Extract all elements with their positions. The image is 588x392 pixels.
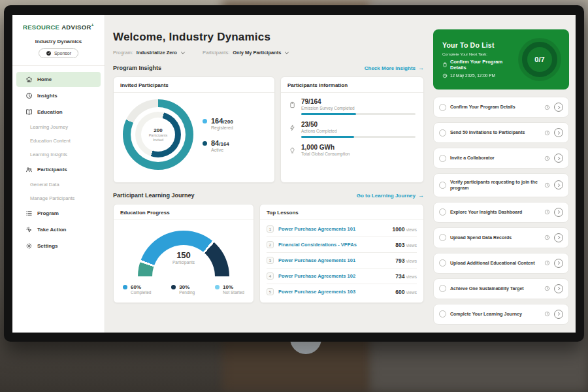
todo-due: 12 May 2025, 12:00 PM [442,73,513,78]
sidebar-item-label: Home [37,76,52,82]
todo-progress-value: 0/7 [534,56,544,63]
legend-label: Not Started [223,290,244,295]
task-open-button[interactable] [554,103,563,112]
todo-next-task: Confirm Your Program Details [442,59,513,71]
clock-icon [544,286,550,291]
legend-value: 30% [179,284,195,290]
active-donut-ring: 200 Participants Invited [135,112,181,157]
lesson-views: 803 views [395,242,417,248]
task-invite-a-collaborator: Invite a Collaborator [433,148,569,169]
participants-icon [25,166,33,173]
program-icon [25,210,33,217]
task-send-50-invitations-to-participants: Send 50 Invitations to Participants [433,122,569,143]
lesson-link[interactable]: Power Purchase Agreements 101 [278,257,391,263]
participants-information-card: Participants Information 79/164Emission … [280,76,424,183]
todo-summary-text: Your To Do List Complete Your Next Task:… [442,41,513,78]
sidebar-item-label: Insights [37,93,57,99]
donut-center: 200 Participants Invited [141,118,175,152]
invited-donut-chart: 200 Participants Invited [123,99,193,170]
sidebar-item-manage-participants[interactable]: Manage Participants [16,192,101,204]
sidebar-item-education[interactable]: Education [16,105,101,120]
metric-value: 23/50 [301,121,416,128]
collapse-tasks-link[interactable]: Collapse Tasks [433,331,569,333]
task-checkbox[interactable] [439,259,446,267]
sidebar-item-learning-journey[interactable]: Learning Journey [16,121,101,133]
todo-subtitle: Complete Your Next Task: [442,52,513,56]
legend-dot [203,141,207,146]
task-checkbox[interactable] [439,208,446,216]
task-checkbox[interactable] [439,155,446,162]
sidebar-item-label: Program [37,210,59,216]
clipboard-icon [289,99,296,106]
metric-main: 1,000 GWhTotal Global Consumption [301,144,416,156]
check-more-insights-link[interactable]: Check More Insights → [365,65,424,71]
todo-title: Your To Do List [442,41,513,49]
task-open-button[interactable] [554,310,563,319]
sidebar-item-learning-insights[interactable]: Learning Insights [16,148,101,161]
home-icon [25,76,33,83]
monitor-bezel: RESOURCE ADVISOR+ Industry Dynamics Spon… [4,5,584,342]
sidebar-item-label: Learning Journey [30,124,68,130]
task-checkbox[interactable] [439,234,446,241]
sidebar-item-program[interactable]: Program [16,206,101,221]
task-open-button[interactable] [554,259,563,268]
todo-progress-ring: 0/7 [518,38,561,81]
progress-fill [301,113,356,115]
lesson-link[interactable]: Power Purchase Agreements 103 [278,289,391,295]
lesson-link[interactable]: Financial Considerations - VPPAs [278,242,391,248]
program-select[interactable]: Program: Industrialize Zero [113,50,186,56]
sidebar-item-participants[interactable]: Participants [16,162,101,177]
clipboard-icon [442,62,448,67]
donut-inner-wrap: 200 Participants Invited [131,107,186,162]
task-checkbox[interactable] [439,285,446,292]
task-label: Send 50 Invitations to Participants [450,129,540,135]
clock-icon [544,209,550,215]
participants-select-value: Only My Participants [233,50,281,56]
sidebar-item-insights[interactable]: Insights [16,88,101,103]
lesson-link[interactable]: Power Purchase Agreements 101 [278,226,387,232]
legend-label: Active [211,148,229,152]
legend-text: 60%Completed [131,284,151,295]
sidebar-item-home[interactable]: Home [16,72,101,87]
participants-information-title: Participants Information [281,77,423,93]
sidebar-item-label: General Data [30,182,59,188]
metric-main: 79/164Emission Survey Completed [301,98,416,115]
sidebar-item-take-action[interactable]: Take Action [16,222,101,237]
task-label: Achieve One Sustainability Target [450,286,540,291]
sidebar-item-general-data[interactable]: General Data [16,178,101,191]
task-open-button[interactable] [554,284,563,293]
task-checkbox[interactable] [439,310,446,318]
go-to-learning-journey-link[interactable]: Go to Learning Journey → [357,192,424,199]
task-complete-your-learning-journey: Complete Your Learning Journey [433,304,569,325]
lesson-rank: 1 [267,225,274,233]
task-open-button[interactable] [554,180,563,189]
lesson-rank: 3 [267,257,274,264]
education-gauge-chart: 150 Participants [138,231,229,276]
progress-fill [301,136,354,138]
education-participants-label: Participants [138,260,229,265]
task-checkbox[interactable] [439,182,446,189]
chevron-down-icon [180,50,186,56]
sponsor-badge[interactable]: Sponsor [39,48,78,58]
sidebar-item-settings[interactable]: Settings [16,238,101,253]
sidebar-item-label: Take Action [37,227,66,233]
lesson-row: 4Power Purchase Agreements 102734 views [267,269,417,284]
task-open-button[interactable] [554,233,563,242]
education-icon [25,108,33,116]
task-open-button[interactable] [554,128,563,137]
invited-participants-body: 200 Participants Invited 164/200Register… [114,93,274,175]
task-open-button[interactable] [554,208,563,217]
sponsor-icon [46,50,52,56]
task-checkbox[interactable] [439,129,446,137]
task-label: Upload Spend Data Records [450,235,540,240]
legend-text: 84/164Active [211,139,229,152]
task-open-button[interactable] [554,154,563,163]
sidebar-item-education-content[interactable]: Education Content [16,135,101,147]
program-insights-header: Program Insights Check More Insights → [113,65,424,71]
task-checkbox[interactable] [439,104,446,111]
sidebar: RESOURCE ADVISOR+ Industry Dynamics Spon… [12,15,105,333]
legend-label: Pending [179,290,195,295]
clock-icon [544,311,550,317]
lesson-link[interactable]: Power Purchase Agreements 102 [278,273,391,279]
participants-select[interactable]: Participants: Only My Participants [203,50,289,56]
